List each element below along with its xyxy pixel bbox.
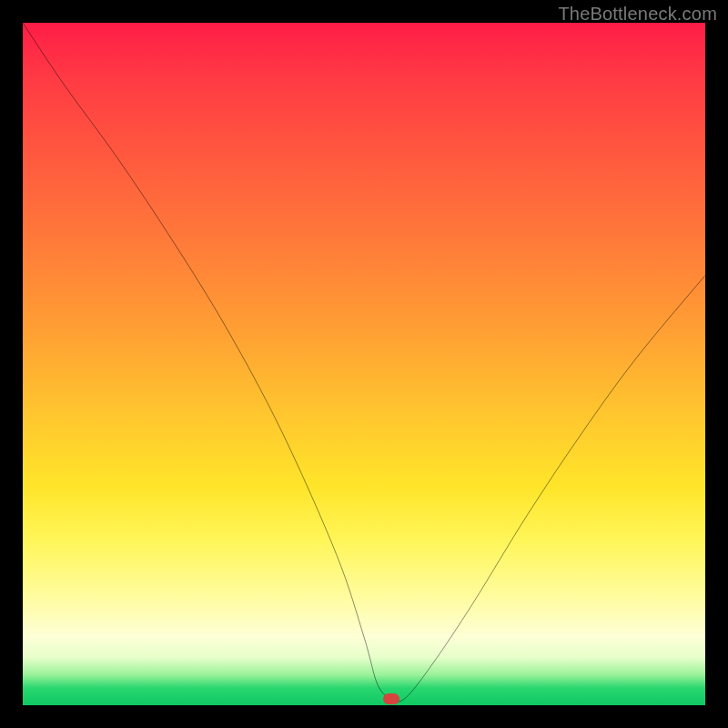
min-marker — [383, 693, 399, 704]
chart-frame: TheBottleneck.com — [0, 0, 728, 728]
curve-path — [23, 23, 705, 702]
bottleneck-curve — [23, 23, 705, 705]
plot-area — [23, 23, 705, 705]
watermark-text: TheBottleneck.com — [558, 4, 717, 25]
